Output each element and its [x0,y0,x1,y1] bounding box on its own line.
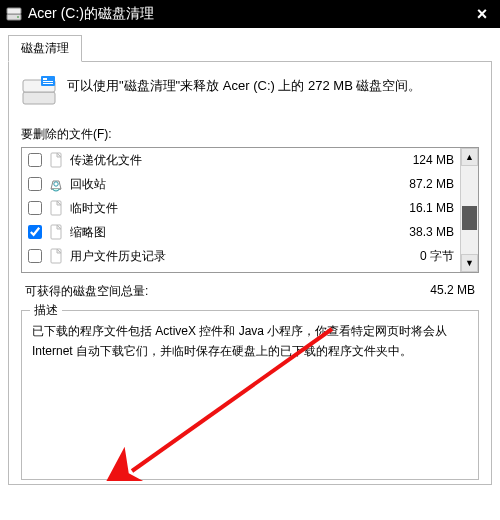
tab-disk-cleanup[interactable]: 磁盘清理 [8,35,82,62]
svg-rect-6 [43,78,47,80]
files-to-delete-label: 要删除的文件(F): [21,126,479,143]
svg-rect-7 [43,81,53,82]
svg-rect-3 [23,92,55,104]
file-checkbox[interactable] [28,177,42,191]
file-icon [48,152,64,168]
description-legend: 描述 [30,302,62,319]
file-size: 0 字节 [374,248,454,265]
file-name: 缩略图 [70,224,374,241]
table-row[interactable]: 回收站87.2 MB [22,172,460,196]
total-gain-label: 可获得的磁盘空间总量: [25,283,148,300]
scroll-up-icon[interactable]: ▲ [461,148,478,166]
svg-rect-8 [43,83,53,84]
file-size: 38.3 MB [374,225,454,239]
description-text: 已下载的程序文件包括 ActiveX 控件和 Java 小程序，你查看特定网页时… [32,321,468,362]
file-icon [48,224,64,240]
scroll-down-icon[interactable]: ▼ [461,254,478,272]
file-icon [48,200,64,216]
window-title: Acer (C:)的磁盘清理 [28,5,470,23]
file-list: 传递优化文件124 MB回收站87.2 MB临时文件16.1 MB缩略图38.3… [21,147,479,273]
table-row[interactable]: 缩略图38.3 MB [22,220,460,244]
file-name: 传递优化文件 [70,152,374,169]
intro-text: 可以使用"磁盘清理"来释放 Acer (C:) 上的 272 MB 磁盘空间。 [67,76,421,97]
scroll-thumb[interactable] [462,206,477,230]
file-size: 16.1 MB [374,201,454,215]
file-checkbox[interactable] [28,249,42,263]
file-checkbox[interactable] [28,201,42,215]
total-gain-value: 45.2 MB [430,283,475,300]
svg-rect-1 [7,8,21,14]
recycle-bin-icon [48,176,64,192]
file-name: 回收站 [70,176,374,193]
drive-icon [6,6,22,22]
file-size: 124 MB [374,153,454,167]
svg-point-2 [17,16,19,18]
file-checkbox[interactable] [28,225,42,239]
file-icon [48,248,64,264]
table-row[interactable]: 传递优化文件124 MB [22,148,460,172]
table-row[interactable]: 用户文件历史记录0 字节 [22,244,460,268]
scroll-track[interactable] [461,166,478,254]
file-name: 用户文件历史记录 [70,248,374,265]
close-icon[interactable]: × [470,4,494,25]
scrollbar[interactable]: ▲ ▼ [460,148,478,272]
file-checkbox[interactable] [28,153,42,167]
file-size: 87.2 MB [374,177,454,191]
table-row[interactable]: 临时文件16.1 MB [22,196,460,220]
file-name: 临时文件 [70,200,374,217]
disk-cleanup-icon [21,76,57,108]
